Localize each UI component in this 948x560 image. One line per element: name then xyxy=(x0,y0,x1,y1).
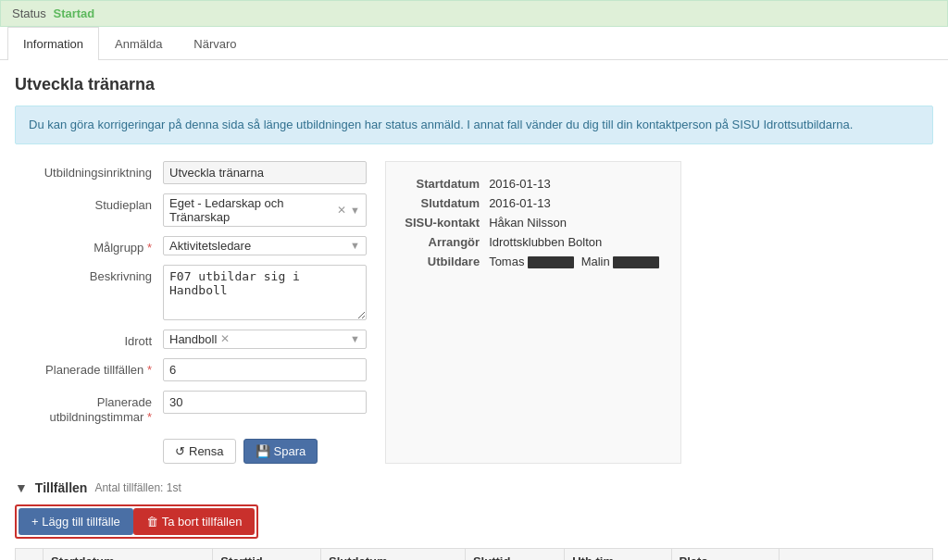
arrangor-label: Arrangör xyxy=(403,235,487,253)
save-icon: 💾 xyxy=(256,444,270,458)
trash-icon: 🗑 xyxy=(146,515,158,529)
col-startdatum: Startdatum xyxy=(44,549,213,560)
studieplan-select[interactable]: Eget - Ledarskap och Tränarskap ✕ ▼ xyxy=(163,193,367,227)
form-right: Startdatum 2016-01-13 Slutdatum 2016-01-… xyxy=(385,161,681,465)
studieplan-row: Studieplan Eget - Ledarskap och Tränarsk… xyxy=(15,193,367,227)
form-section: Utbildningsinriktning Studieplan Eget - … xyxy=(15,161,933,465)
planerade-utbildningstimmar-input[interactable] xyxy=(163,391,367,414)
planerade-tillfallen-label: Planerade tillfällen * xyxy=(15,358,163,377)
utbildningsinriktning-input[interactable] xyxy=(163,161,367,184)
info-slutdatum-row: Slutdatum 2016-01-13 xyxy=(403,196,664,214)
add-tillfalle-button[interactable]: + Lägg till tillfälle xyxy=(19,508,133,535)
planerade-tillfallen-input[interactable] xyxy=(163,358,367,381)
planerade-tillfallen-row: Planerade tillfällen * xyxy=(15,358,367,381)
col-utb-tim: Utb.tim xyxy=(565,549,671,560)
tab-narvaro[interactable]: Närvaro xyxy=(178,27,252,60)
tillfallen-section-header: ▼ Tillfällen Antal tillfällen: 1st xyxy=(15,480,933,495)
sisu-kontakt-label: SISU-kontakt xyxy=(403,216,487,233)
beskrivning-textarea[interactable]: F07 utbildar sig i Handboll xyxy=(163,265,367,320)
tillfallen-count: Antal tillfällen: 1st xyxy=(94,481,181,494)
col-slutdatum: Slutdatum xyxy=(320,549,465,560)
status-label: Status xyxy=(12,6,46,20)
main-content: Utveckla tränarna Du kan göra korrigerin… xyxy=(0,60,948,560)
arrangor-value: Idrottsklubben Bolton xyxy=(489,235,664,253)
col-starttid: Starttid xyxy=(213,549,321,560)
malgrupp-label: Målgrupp * xyxy=(15,236,163,255)
status-value: Startad xyxy=(53,6,94,20)
info-utbildare-row: Utbildare Tomas Malin xyxy=(403,255,664,272)
slutdatum-value: 2016-01-13 xyxy=(489,196,664,214)
table-header-row: Startdatum Starttid Slutdatum Sluttid Ut… xyxy=(16,549,933,560)
planerade-utbildningstimmar-label: Planerade utbildningstimmar * xyxy=(15,391,163,427)
redacted-1 xyxy=(528,256,574,268)
info-startdatum-row: Startdatum 2016-01-13 xyxy=(403,177,664,194)
idrott-clear-icon[interactable]: ✕ xyxy=(220,332,230,345)
info-table: Startdatum 2016-01-13 Slutdatum 2016-01-… xyxy=(401,175,666,274)
form-actions: ↺ Rensa 💾 Spara xyxy=(15,439,367,464)
info-sisu-row: SISU-kontakt Håkan Nilsson xyxy=(403,216,664,233)
redacted-2 xyxy=(613,256,659,268)
form-left: Utbildningsinriktning Studieplan Eget - … xyxy=(15,161,367,465)
idrott-value: Handboll xyxy=(169,332,217,346)
col-action xyxy=(780,549,933,560)
planerade-utbildningstimmar-row: Planerade utbildningstimmar * xyxy=(15,391,367,427)
col-checkbox xyxy=(16,549,44,560)
tab-information[interactable]: Information xyxy=(7,27,99,60)
save-button[interactable]: 💾 Spara xyxy=(243,439,318,464)
utbildare-label: Utbildare xyxy=(403,255,487,272)
studieplan-arrow-icon[interactable]: ▼ xyxy=(350,205,360,216)
info-arrangor-row: Arrangör Idrottsklubben Bolton xyxy=(403,235,664,253)
malgrupp-arrow-icon[interactable]: ▼ xyxy=(350,240,360,251)
studieplan-clear-icon[interactable]: ✕ xyxy=(337,204,346,217)
malgrupp-select[interactable]: Aktivitetsledare ▼ xyxy=(163,236,367,255)
remove-tillfallen-button[interactable]: 🗑 Ta bort tillfällen xyxy=(133,508,256,535)
tillfallen-table: Startdatum Starttid Slutdatum Sluttid Ut… xyxy=(15,548,933,560)
slutdatum-label: Slutdatum xyxy=(403,196,487,214)
toggle-icon[interactable]: ▼ xyxy=(15,480,28,495)
startdatum-label: Startdatum xyxy=(403,177,487,194)
malgrupp-value: Aktivitetsledare xyxy=(169,239,251,253)
beskrivning-label: Beskrivning xyxy=(15,265,163,283)
tillfallen-title: Tillfällen xyxy=(35,480,88,495)
reset-button[interactable]: ↺ Rensa xyxy=(163,439,236,464)
idrott-label: Idrott xyxy=(15,330,163,348)
utbildningsinriktning-label: Utbildningsinriktning xyxy=(15,161,163,180)
malgrupp-row: Målgrupp * Aktivitetsledare ▼ xyxy=(15,236,367,255)
idrott-row: Idrott Handboll ✕ ▼ xyxy=(15,330,367,349)
page-title: Utveckla tränarna xyxy=(15,75,933,94)
studieplan-label: Studieplan xyxy=(15,193,163,212)
col-sluttid: Sluttid xyxy=(465,549,564,560)
tab-anmalda[interactable]: Anmälda xyxy=(99,27,178,60)
status-bar: Status Startad xyxy=(0,0,948,27)
studieplan-value: Eget - Ledarskap och Tränarskap xyxy=(169,196,333,224)
action-buttons-wrapper: + Lägg till tillfälle 🗑 Ta bort tillfäll… xyxy=(15,504,258,539)
idrott-arrow-icon[interactable]: ▼ xyxy=(350,333,360,344)
tabs-bar: Information Anmälda Närvaro xyxy=(0,27,948,60)
info-box: Du kan göra korrigeringar på denna sida … xyxy=(15,106,933,144)
beskrivning-row: Beskrivning F07 utbildar sig i Handboll xyxy=(15,265,367,320)
utbildningsinriktning-row: Utbildningsinriktning xyxy=(15,161,367,184)
reset-icon: ↺ xyxy=(175,444,185,458)
col-plats: Plats xyxy=(671,549,780,560)
idrott-select[interactable]: Handboll ✕ ▼ xyxy=(163,330,367,349)
startdatum-value: 2016-01-13 xyxy=(489,177,664,194)
sisu-kontakt-value: Håkan Nilsson xyxy=(489,216,664,233)
utbildare-value: Tomas Malin xyxy=(489,255,664,272)
